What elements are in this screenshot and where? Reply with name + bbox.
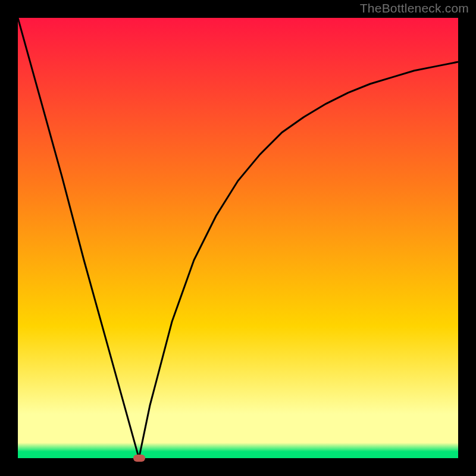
watermark-text: TheBottleneck.com bbox=[360, 1, 469, 15]
bottleneck-curve bbox=[18, 18, 458, 458]
plot-area bbox=[18, 18, 458, 458]
optimal-point-marker bbox=[133, 455, 145, 462]
curve-layer bbox=[18, 18, 458, 458]
chart-frame: TheBottleneck.com bbox=[0, 0, 476, 476]
